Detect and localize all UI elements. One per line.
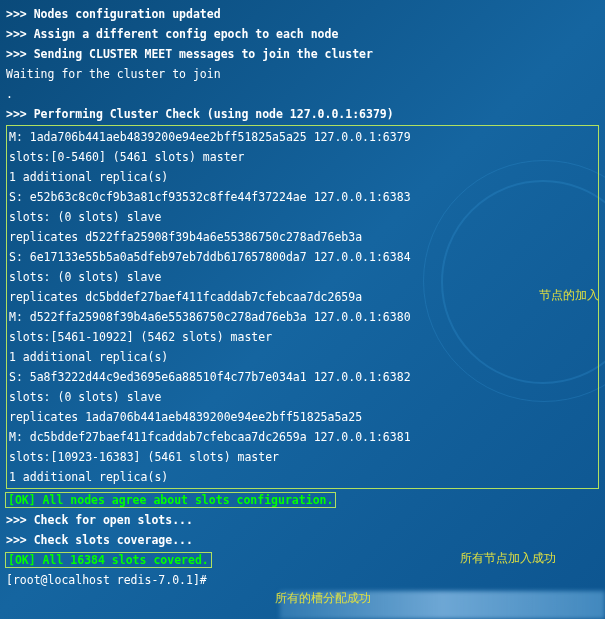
annotation-all-joined: 所有节点加入成功: [460, 548, 556, 568]
node-line: 1 additional replica(s): [9, 167, 596, 187]
prompt-line[interactable]: [root@localhost redis-7.0.1]#: [6, 570, 599, 590]
node-line: slots:[10923-16383] (5461 slots) master: [9, 447, 596, 467]
output-blank: .: [6, 84, 599, 104]
output-line: >>> Performing Cluster Check (using node…: [6, 104, 599, 124]
ok-text: [OK] All 16384 slots covered.: [6, 553, 211, 567]
node-line: M: d522ffa25908f39b4a6e55386750c278ad76e…: [9, 307, 596, 327]
output-line: >>> Assign a different config epoch to e…: [6, 24, 599, 44]
check-line: >>> Check slots coverage...: [6, 530, 599, 550]
node-line: S: 6e17133e55b5a0a5dfeb97eb7ddb617657800…: [9, 247, 596, 267]
node-line: replicates dc5bddef27baef411fcaddab7cfeb…: [9, 287, 596, 307]
prompt-text: [root@localhost redis-7.0.1]#: [6, 573, 207, 587]
ok-text: [OK] All nodes agree about slots configu…: [6, 493, 335, 507]
ok-line-1: [OK] All nodes agree about slots configu…: [6, 490, 599, 510]
node-line: slots: (0 slots) slave: [9, 267, 596, 287]
node-line: M: 1ada706b441aeb4839200e94ee2bff51825a5…: [9, 127, 596, 147]
node-line: slots: (0 slots) slave: [9, 207, 596, 227]
nodes-highlight-box: M: 1ada706b441aeb4839200e94ee2bff51825a5…: [6, 125, 599, 489]
node-line: M: dc5bddef27baef411fcaddab7cfebcaa7dc26…: [9, 427, 596, 447]
node-line: slots:[0-5460] (5461 slots) master: [9, 147, 596, 167]
node-line: replicates 1ada706b441aeb4839200e94ee2bf…: [9, 407, 596, 427]
output-line: Waiting for the cluster to join: [6, 64, 599, 84]
node-line: slots: (0 slots) slave: [9, 387, 596, 407]
node-line: S: 5a8f3222d44c9ed3695e6a88510f4c77b7e03…: [9, 367, 596, 387]
node-line: 1 additional replica(s): [9, 467, 596, 487]
output-line: >>> Sending CLUSTER MEET messages to joi…: [6, 44, 599, 64]
annotation-node-join: 节点的加入: [539, 285, 599, 305]
node-line: S: e52b63c8c0cf9b3a81cf93532c8ffe44f3722…: [9, 187, 596, 207]
node-line: replicates d522ffa25908f39b4a6e55386750c…: [9, 227, 596, 247]
node-line: slots:[5461-10922] (5462 slots) master: [9, 327, 596, 347]
output-line: >>> Nodes configuration updated: [6, 4, 599, 24]
check-line: >>> Check for open slots...: [6, 510, 599, 530]
terminal-output: >>> Nodes configuration updated >>> Assi…: [6, 4, 599, 590]
node-line: 1 additional replica(s): [9, 347, 596, 367]
annotation-slots-assigned: 所有的槽分配成功: [275, 588, 371, 608]
